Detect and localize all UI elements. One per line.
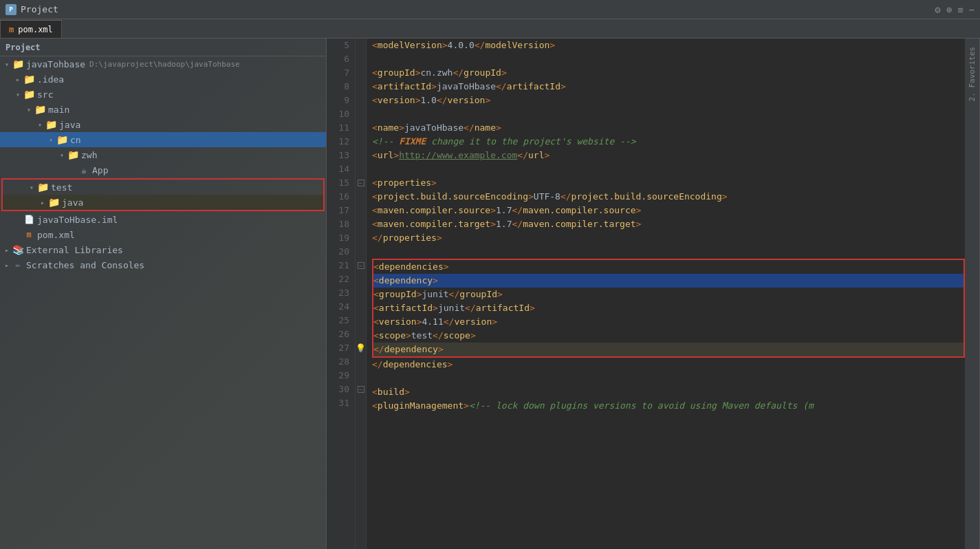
code-line-23: <groupId>junit</groupId> [373,288,963,301]
collapse-21[interactable]: − [358,262,364,269]
gutter-30[interactable]: − [356,383,366,396]
gutter-23 [356,286,366,300]
ln-26: 26 [332,327,349,341]
collapse-30[interactable]: − [358,386,364,393]
code-line-17: <maven.compiler.source>1.7</maven.compil… [372,204,965,217]
folder-icon-test: 📁 [37,182,48,193]
gutter-28 [356,355,366,369]
folder-icon-test-java: 📁 [48,197,59,208]
gutter-15[interactable]: − [356,176,366,190]
code-line-6 [372,52,965,66]
tree-item-test[interactable]: 📁 test [3,180,323,195]
tree-item-java-main[interactable]: 📁 java [0,117,326,132]
title-bar-left: P Project [6,4,58,15]
path-javatohbase: D:\javaproject\hadoop\javaTohbase [89,60,240,69]
code-area[interactable]: <modelVersion>4.0.0</modelVersion> <grou… [367,39,965,549]
tree-item-main[interactable]: 📁 main [0,102,326,117]
title-bar: P Project ⚙ ⊕ ≡ − [0,0,980,19]
tree-item-scratches[interactable]: ✏ Scratches and Consoles [0,257,326,272]
text-modelversion: 4.0.0 [448,40,475,50]
label-iml: javaToHbase.iml [37,215,118,225]
ln-29: 29 [332,369,349,383]
ln-15: 15 [332,176,349,190]
label-zwh: zwh [81,150,97,160]
ln-11: 11 [332,121,349,135]
arrow-zwh [58,151,66,159]
folder-icon-ext-libs: 📚 [12,244,23,255]
gutter-27[interactable]: 💡 [356,341,366,355]
menu-icon[interactable]: ≡ [957,4,963,15]
gutter-21[interactable]: − [356,259,366,272]
ln-9: 9 [332,94,349,107]
arrow-javatohbase [3,60,11,68]
tree-item-idea[interactable]: 📁 .idea [0,72,326,87]
label-javatohbase: javaTohbase [26,59,85,69]
tree-item-iml[interactable]: 📄 javaToHbase.iml [0,212,326,227]
folder-icon-javatohbase: 📁 [12,58,23,69]
code-line-20 [372,245,965,259]
label-test: test [51,182,72,193]
folder-icon-src: 📁 [23,89,34,100]
file-icon-app: ☕ [78,164,89,175]
tree-item-ext-libs[interactable]: 📚 External Libraries [0,242,326,257]
ln-14: 14 [332,162,349,176]
code-line-13: <url>http://www.example.com</url> [372,149,965,162]
ln-27: 27 [332,341,349,355]
tab-maven-icon: m [9,25,14,34]
title-bar-icons: ⚙ ⊕ ≡ − [935,4,974,15]
tree-item-app[interactable]: ☕ App [0,162,326,177]
ln-28: 28 [332,355,349,369]
bulb-icon-27: 💡 [356,343,366,353]
gutter-22 [356,272,366,286]
code-line-24: <artifactId>junit</artifactId> [373,301,963,315]
gutter-20 [356,245,366,259]
label-scratches: Scratches and Consoles [26,260,144,270]
tree-item-pom[interactable]: m pom.xml [0,227,326,242]
code-line-25: <version>4.11</version> [373,315,963,329]
editor-content[interactable]: 5 6 7 8 9 10 11 12 13 14 15 16 17 18 19 … [327,39,965,549]
tree-item-javatohbase[interactable]: 📁 javaTohbase D:\javaproject\hadoop\java… [0,56,326,72]
gutter-8 [356,80,366,94]
ln-13: 13 [332,149,349,162]
code-line-29 [372,372,965,385]
ln-20: 20 [332,245,349,259]
collapse-15[interactable]: − [358,180,364,186]
sidebar-tree[interactable]: 📁 javaTohbase D:\javaproject\hadoop\java… [0,56,326,549]
ln-21: 21 [332,259,349,272]
arrow-idea [14,75,22,83]
add-icon[interactable]: ⊕ [946,4,952,15]
gutter-18 [356,217,366,231]
gutter-16 [356,190,366,204]
label-src: src [37,89,53,100]
arrow-java-main [36,120,44,129]
ln-18: 18 [332,217,349,231]
gutter-6 [356,52,366,66]
tree-item-src[interactable]: 📁 src [0,87,326,102]
folder-icon-zwh: 📁 [67,149,78,160]
arrow-test [28,183,36,191]
tab-pom-xml[interactable]: m pom.xml [0,20,62,38]
label-pom: pom.xml [37,230,75,240]
tree-item-cn[interactable]: 📁 cn [0,132,326,147]
code-line-7: <groupId>cn.zwh</groupId> [372,66,965,80]
minimize-icon[interactable]: − [969,4,974,15]
sidebar-title: Project [6,43,41,52]
gutter-10 [356,107,366,121]
ln-24: 24 [332,300,349,314]
gutter-13 [356,149,366,162]
sidebar-tree-content: 📁 javaTohbase D:\javaproject\hadoop\java… [0,56,326,272]
favorites-label[interactable]: 2. Favorites [968,47,977,101]
folder-icon-main: 📁 [34,104,45,115]
title-text: Project [21,4,58,14]
gutter-12 [356,135,366,149]
folder-icon-idea: 📁 [23,74,34,85]
folder-icon-java-main: 📁 [45,119,56,130]
tab-bar: m pom.xml [0,19,980,39]
code-line-12: <!-- FIXME change it to the project's we… [372,135,965,149]
tree-item-zwh[interactable]: 📁 zwh [0,147,326,162]
file-icon-scratches: ✏ [12,259,23,270]
label-cn: cn [70,135,81,145]
settings-icon[interactable]: ⚙ [935,4,940,15]
code-line-8: <artifactId>javaToHbase</artifactId> [372,80,965,94]
tree-item-test-java[interactable]: 📁 java [3,195,323,210]
